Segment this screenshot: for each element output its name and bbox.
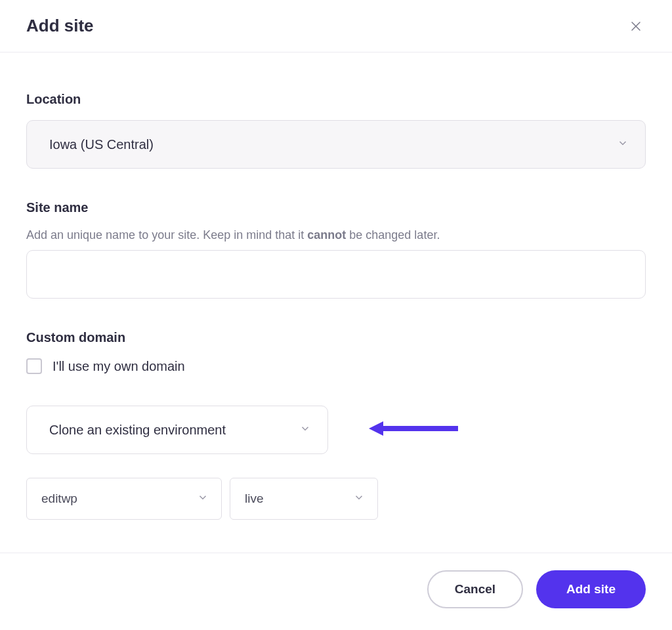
own-domain-row: I'll use my own domain [26,358,646,374]
modal-title: Add site [26,16,94,36]
clone-site-select[interactable]: editwp [26,478,222,520]
environment-mode-group: Clone an existing environment [26,406,646,454]
custom-domain-label: Custom domain [26,330,646,345]
own-domain-checkbox-label: I'll use my own domain [52,359,185,374]
environment-mode-value: Clone an existing environment [49,423,226,438]
own-domain-checkbox[interactable] [26,358,42,374]
site-name-input[interactable] [26,250,646,299]
arrow-left-icon [368,419,459,440]
location-value: Iowa (US Central) [49,137,154,152]
clone-source-row: editwp live [26,478,646,520]
site-name-label: Site name [26,200,646,215]
custom-domain-group: Custom domain I'll use my own domain [26,330,646,374]
modal-header: Add site [0,0,672,52]
clone-site-value: editwp [41,492,77,506]
close-button[interactable] [626,16,646,36]
location-label: Location [26,92,646,107]
add-site-modal: Add site Location Iowa (US Central) Site [0,0,672,625]
svg-marker-3 [369,421,383,436]
cancel-button[interactable]: Cancel [427,570,523,608]
modal-body: Location Iowa (US Central) Site name Add… [0,52,672,553]
location-select[interactable]: Iowa (US Central) [26,120,646,169]
clone-env-value: live [245,492,264,506]
location-group: Location Iowa (US Central) [26,92,646,169]
site-name-help: Add an unique name to your site. Keep in… [26,228,646,242]
modal-footer: Cancel Add site [0,553,672,625]
add-site-button[interactable]: Add site [536,570,646,608]
clone-env-select[interactable]: live [230,478,378,520]
environment-mode-select[interactable]: Clone an existing environment [26,406,328,454]
site-name-group: Site name Add an unique name to your sit… [26,200,646,299]
